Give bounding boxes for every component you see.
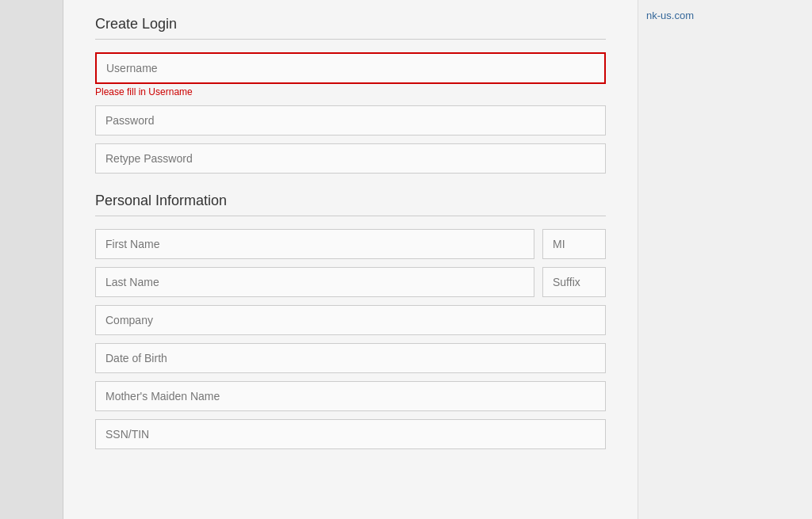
- last-name-row: [95, 267, 606, 297]
- mi-group: [542, 229, 606, 259]
- dob-group: [95, 343, 606, 373]
- retype-password-group: [95, 143, 606, 174]
- ssn-tin-group: [95, 419, 606, 449]
- mi-input[interactable]: [542, 229, 606, 259]
- right-panel: nk-us.com: [638, 0, 812, 519]
- last-name-group: [95, 267, 534, 297]
- mothers-maiden-name-group: [95, 381, 606, 411]
- personal-info-title: Personal Information: [95, 193, 606, 209]
- first-name-row: [95, 229, 606, 259]
- first-name-input[interactable]: [95, 229, 534, 259]
- retype-password-input[interactable]: [95, 143, 606, 174]
- ssn-tin-input[interactable]: [95, 419, 606, 449]
- dob-input[interactable]: [95, 343, 606, 373]
- suffix-group: [542, 267, 606, 297]
- create-login-section: Create Login Please fill in Username: [95, 16, 606, 174]
- username-input[interactable]: [95, 52, 606, 84]
- last-name-input[interactable]: [95, 267, 534, 297]
- suffix-input[interactable]: [542, 267, 606, 297]
- username-group: Please fill in Username: [95, 52, 606, 97]
- username-error: Please fill in Username: [95, 86, 606, 97]
- personal-info-divider: [95, 216, 606, 216]
- create-login-title: Create Login: [95, 16, 606, 32]
- company-group: [95, 305, 606, 335]
- first-name-group: [95, 229, 534, 259]
- nk-us-link[interactable]: nk-us.com: [646, 10, 694, 21]
- left-sidebar: [0, 0, 63, 519]
- personal-info-section: Personal Information: [95, 193, 606, 449]
- create-login-divider: [95, 39, 606, 40]
- mothers-maiden-name-input[interactable]: [95, 381, 606, 411]
- company-input[interactable]: [95, 305, 606, 335]
- password-input[interactable]: [95, 105, 606, 135]
- password-group: [95, 105, 606, 135]
- main-content: Create Login Please fill in Username Per…: [63, 0, 638, 519]
